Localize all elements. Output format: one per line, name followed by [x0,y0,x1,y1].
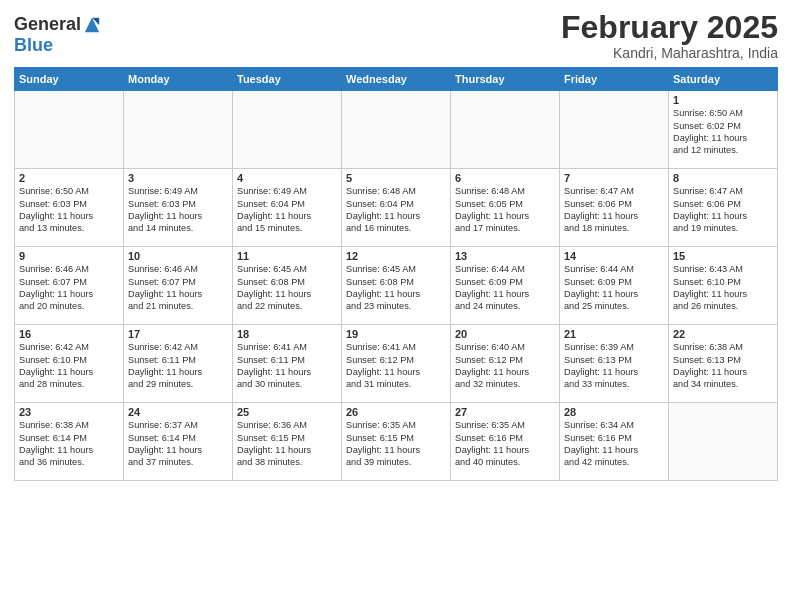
weekday-monday: Monday [124,68,233,91]
day-number: 20 [455,328,555,340]
week-row-0: 1Sunrise: 6:50 AMSunset: 6:02 PMDaylight… [15,91,778,169]
day-info: Sunrise: 6:50 AMSunset: 6:03 PMDaylight:… [19,185,119,235]
day-number: 6 [455,172,555,184]
week-row-4: 23Sunrise: 6:38 AMSunset: 6:14 PMDayligh… [15,403,778,481]
day-info: Sunrise: 6:45 AMSunset: 6:08 PMDaylight:… [346,263,446,313]
day-info: Sunrise: 6:35 AMSunset: 6:16 PMDaylight:… [455,419,555,469]
day-number: 13 [455,250,555,262]
header: General Blue February 2025 Kandri, Mahar… [14,10,778,61]
calendar-cell [342,91,451,169]
calendar-cell: 12Sunrise: 6:45 AMSunset: 6:08 PMDayligh… [342,247,451,325]
calendar-cell: 27Sunrise: 6:35 AMSunset: 6:16 PMDayligh… [451,403,560,481]
day-number: 3 [128,172,228,184]
day-info: Sunrise: 6:41 AMSunset: 6:12 PMDaylight:… [346,341,446,391]
day-number: 11 [237,250,337,262]
day-number: 27 [455,406,555,418]
day-number: 8 [673,172,773,184]
calendar-cell [669,403,778,481]
day-number: 2 [19,172,119,184]
calendar-cell: 7Sunrise: 6:47 AMSunset: 6:06 PMDaylight… [560,169,669,247]
day-info: Sunrise: 6:41 AMSunset: 6:11 PMDaylight:… [237,341,337,391]
weekday-saturday: Saturday [669,68,778,91]
day-info: Sunrise: 6:39 AMSunset: 6:13 PMDaylight:… [564,341,664,391]
day-number: 26 [346,406,446,418]
day-number: 15 [673,250,773,262]
calendar-cell: 24Sunrise: 6:37 AMSunset: 6:14 PMDayligh… [124,403,233,481]
calendar-cell: 10Sunrise: 6:46 AMSunset: 6:07 PMDayligh… [124,247,233,325]
calendar-cell: 6Sunrise: 6:48 AMSunset: 6:05 PMDaylight… [451,169,560,247]
day-info: Sunrise: 6:40 AMSunset: 6:12 PMDaylight:… [455,341,555,391]
calendar-cell [233,91,342,169]
day-number: 12 [346,250,446,262]
calendar-cell: 5Sunrise: 6:48 AMSunset: 6:04 PMDaylight… [342,169,451,247]
calendar-cell [560,91,669,169]
day-number: 14 [564,250,664,262]
calendar-cell: 4Sunrise: 6:49 AMSunset: 6:04 PMDaylight… [233,169,342,247]
day-info: Sunrise: 6:46 AMSunset: 6:07 PMDaylight:… [19,263,119,313]
calendar-cell: 25Sunrise: 6:36 AMSunset: 6:15 PMDayligh… [233,403,342,481]
calendar-cell [15,91,124,169]
calendar-cell [451,91,560,169]
month-title: February 2025 [561,10,778,45]
logo: General Blue [14,14,101,56]
calendar-cell: 13Sunrise: 6:44 AMSunset: 6:09 PMDayligh… [451,247,560,325]
weekday-tuesday: Tuesday [233,68,342,91]
week-row-1: 2Sunrise: 6:50 AMSunset: 6:03 PMDaylight… [15,169,778,247]
week-row-2: 9Sunrise: 6:46 AMSunset: 6:07 PMDaylight… [15,247,778,325]
day-info: Sunrise: 6:37 AMSunset: 6:14 PMDaylight:… [128,419,228,469]
calendar-cell: 26Sunrise: 6:35 AMSunset: 6:15 PMDayligh… [342,403,451,481]
day-info: Sunrise: 6:48 AMSunset: 6:04 PMDaylight:… [346,185,446,235]
weekday-friday: Friday [560,68,669,91]
day-number: 5 [346,172,446,184]
day-info: Sunrise: 6:47 AMSunset: 6:06 PMDaylight:… [673,185,773,235]
calendar-cell: 21Sunrise: 6:39 AMSunset: 6:13 PMDayligh… [560,325,669,403]
weekday-sunday: Sunday [15,68,124,91]
calendar-cell: 20Sunrise: 6:40 AMSunset: 6:12 PMDayligh… [451,325,560,403]
day-number: 18 [237,328,337,340]
day-number: 1 [673,94,773,106]
day-number: 22 [673,328,773,340]
week-row-3: 16Sunrise: 6:42 AMSunset: 6:10 PMDayligh… [15,325,778,403]
day-info: Sunrise: 6:35 AMSunset: 6:15 PMDaylight:… [346,419,446,469]
calendar-cell: 9Sunrise: 6:46 AMSunset: 6:07 PMDaylight… [15,247,124,325]
calendar-cell: 8Sunrise: 6:47 AMSunset: 6:06 PMDaylight… [669,169,778,247]
calendar-cell [124,91,233,169]
day-number: 9 [19,250,119,262]
day-info: Sunrise: 6:42 AMSunset: 6:10 PMDaylight:… [19,341,119,391]
calendar-cell: 16Sunrise: 6:42 AMSunset: 6:10 PMDayligh… [15,325,124,403]
weekday-thursday: Thursday [451,68,560,91]
day-number: 7 [564,172,664,184]
day-info: Sunrise: 6:44 AMSunset: 6:09 PMDaylight:… [564,263,664,313]
day-number: 19 [346,328,446,340]
weekday-wednesday: Wednesday [342,68,451,91]
calendar-cell: 15Sunrise: 6:43 AMSunset: 6:10 PMDayligh… [669,247,778,325]
calendar-cell: 22Sunrise: 6:38 AMSunset: 6:13 PMDayligh… [669,325,778,403]
day-number: 21 [564,328,664,340]
calendar-cell: 23Sunrise: 6:38 AMSunset: 6:14 PMDayligh… [15,403,124,481]
location: Kandri, Maharashtra, India [561,45,778,61]
day-info: Sunrise: 6:46 AMSunset: 6:07 PMDaylight:… [128,263,228,313]
logo-icon [83,16,101,34]
day-info: Sunrise: 6:34 AMSunset: 6:16 PMDaylight:… [564,419,664,469]
calendar-cell: 28Sunrise: 6:34 AMSunset: 6:16 PMDayligh… [560,403,669,481]
calendar-cell: 14Sunrise: 6:44 AMSunset: 6:09 PMDayligh… [560,247,669,325]
day-info: Sunrise: 6:36 AMSunset: 6:15 PMDaylight:… [237,419,337,469]
day-number: 23 [19,406,119,418]
day-number: 16 [19,328,119,340]
weekday-header-row: SundayMondayTuesdayWednesdayThursdayFrid… [15,68,778,91]
calendar-cell: 19Sunrise: 6:41 AMSunset: 6:12 PMDayligh… [342,325,451,403]
day-number: 25 [237,406,337,418]
calendar-cell: 2Sunrise: 6:50 AMSunset: 6:03 PMDaylight… [15,169,124,247]
day-info: Sunrise: 6:45 AMSunset: 6:08 PMDaylight:… [237,263,337,313]
calendar-cell: 17Sunrise: 6:42 AMSunset: 6:11 PMDayligh… [124,325,233,403]
day-number: 28 [564,406,664,418]
day-number: 10 [128,250,228,262]
day-info: Sunrise: 6:48 AMSunset: 6:05 PMDaylight:… [455,185,555,235]
calendar-cell: 3Sunrise: 6:49 AMSunset: 6:03 PMDaylight… [124,169,233,247]
day-info: Sunrise: 6:43 AMSunset: 6:10 PMDaylight:… [673,263,773,313]
day-info: Sunrise: 6:50 AMSunset: 6:02 PMDaylight:… [673,107,773,157]
day-number: 24 [128,406,228,418]
day-info: Sunrise: 6:42 AMSunset: 6:11 PMDaylight:… [128,341,228,391]
day-info: Sunrise: 6:47 AMSunset: 6:06 PMDaylight:… [564,185,664,235]
page-container: General Blue February 2025 Kandri, Mahar… [0,0,792,489]
